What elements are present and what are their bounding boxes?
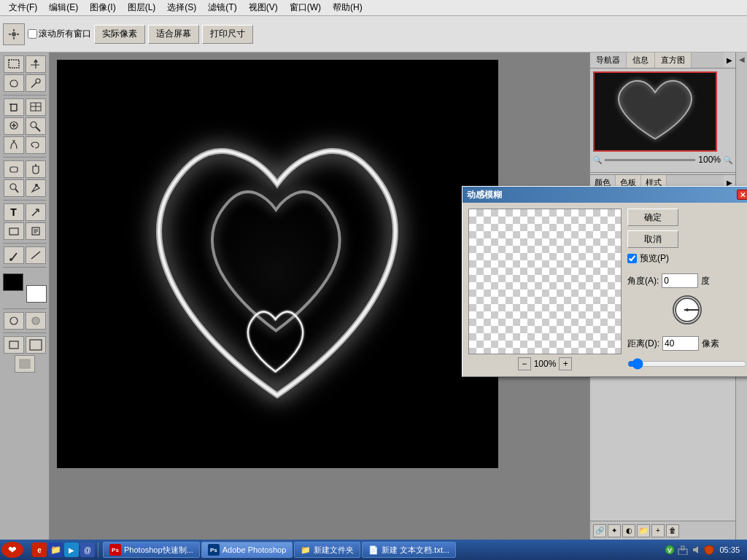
menu-filter[interactable]: 滤镜(T) xyxy=(202,0,242,15)
tab-histogram[interactable]: 直方图 xyxy=(655,52,692,68)
print-size-button[interactable]: 打印尺寸 xyxy=(202,25,253,44)
panel-bottom-bar: 🔗 ✦ ◐ 📁 + 🗑 xyxy=(590,521,735,540)
taskbar-clock[interactable]: 05:35 xyxy=(716,545,743,554)
menu-file[interactable]: 文件(F) xyxy=(3,0,43,15)
menu-window[interactable]: 窗口(W) xyxy=(284,0,327,15)
mask-btn[interactable]: ◐ xyxy=(622,524,635,537)
lasso-tool[interactable] xyxy=(4,74,24,92)
screen-mode-full[interactable] xyxy=(26,336,46,354)
move-tool[interactable] xyxy=(26,55,46,73)
add-effect-btn[interactable]: ✦ xyxy=(608,524,621,537)
paint-bucket-tool[interactable] xyxy=(26,160,46,178)
link-layers-btn[interactable]: 🔗 xyxy=(593,524,606,537)
tab-info[interactable]: 信息 xyxy=(627,52,655,68)
angle-input[interactable]: 0 xyxy=(662,273,698,288)
measure-tool[interactable] xyxy=(26,246,46,264)
svg-rect-29 xyxy=(30,340,42,350)
history-brush-tool[interactable] xyxy=(26,136,46,154)
tab-navigator[interactable]: 导航器 xyxy=(590,52,627,68)
taskbar-photoshop-main[interactable]: Ps Adobe Photoshop xyxy=(201,542,293,558)
dialog-controls: 确定 取消 预览(P) 角度(A): 0 度 xyxy=(627,209,747,370)
screen-mode-standard[interactable] xyxy=(4,336,24,354)
foreground-color-swatch[interactable] xyxy=(3,273,23,291)
zoom-in-button[interactable]: + xyxy=(559,357,572,370)
svg-point-26 xyxy=(10,317,18,324)
shape-tool[interactable] xyxy=(4,222,24,240)
new-layer-btn[interactable]: + xyxy=(651,524,665,537)
eraser-tool[interactable] xyxy=(4,160,24,178)
screen-mode-maximized[interactable] xyxy=(15,355,35,373)
delete-layer-btn[interactable]: 🗑 xyxy=(666,524,679,537)
navigator-area: 🔍 100% 🔍 xyxy=(590,69,735,171)
svg-rect-13 xyxy=(10,167,18,172)
quick-folder-icon[interactable]: 📁 xyxy=(48,542,63,557)
dodge-tool[interactable] xyxy=(4,179,24,197)
crop-tool[interactable] xyxy=(4,98,24,116)
text-tool[interactable]: T xyxy=(4,203,24,221)
menu-layer[interactable]: 图层(L) xyxy=(122,0,162,15)
distance-input[interactable]: 40 xyxy=(662,336,699,351)
svg-line-23 xyxy=(12,253,17,260)
magic-wand-tool[interactable] xyxy=(26,74,46,92)
svg-point-17 xyxy=(35,184,38,187)
tray-network-icon[interactable] xyxy=(677,544,689,556)
ps-quick-icon: Ps xyxy=(109,544,121,556)
quick-browser-icon[interactable]: @ xyxy=(80,542,95,557)
canvas-svg xyxy=(57,60,498,468)
preview-zoom-bar: − 100% + xyxy=(468,357,622,370)
cancel-button[interactable]: 取消 xyxy=(627,230,678,248)
distance-slider[interactable] xyxy=(627,358,747,370)
healing-brush-tool[interactable] xyxy=(4,117,24,135)
start-button[interactable]: ❤ xyxy=(1,542,23,558)
zoom-out-button[interactable]: − xyxy=(518,357,531,370)
panel-menu-btn[interactable]: ▶ xyxy=(724,52,735,68)
quick-ie-icon[interactable]: e xyxy=(32,542,47,557)
svg-point-10 xyxy=(31,122,36,128)
menu-help[interactable]: 帮助(H) xyxy=(327,0,368,15)
menu-edit[interactable]: 编辑(E) xyxy=(43,0,84,15)
marquee-tool[interactable] xyxy=(4,55,24,73)
slice-tool[interactable] xyxy=(26,98,46,116)
move-tool-options[interactable] xyxy=(3,23,25,45)
quick-launch: e 📁 ▶ @ xyxy=(29,542,98,557)
tool-separator-7 xyxy=(3,332,47,333)
path-selection-tool[interactable] xyxy=(26,203,46,221)
pen-tool[interactable] xyxy=(26,179,46,197)
svg-rect-1 xyxy=(9,60,19,68)
actual-pixels-button[interactable]: 实际像素 xyxy=(94,25,145,44)
taskbar-textfile[interactable]: 📄 新建 文本文档.txt... xyxy=(362,542,456,558)
menu-view[interactable]: 视图(V) xyxy=(243,0,284,15)
notes-tool[interactable] xyxy=(26,222,46,240)
quick-mask-on[interactable] xyxy=(26,312,46,330)
zoom-slider[interactable] xyxy=(605,159,695,161)
distance-slider-row xyxy=(627,358,747,370)
taskbar-photoshop-quick[interactable]: Ps Photoshop快速制... xyxy=(103,542,200,558)
angle-unit: 度 xyxy=(701,275,710,287)
svg-point-15 xyxy=(10,184,16,190)
quick-mask-off[interactable] xyxy=(4,312,24,330)
tray-volume-icon[interactable] xyxy=(690,544,702,556)
angle-label: 角度(A): xyxy=(627,275,659,287)
angle-dial[interactable] xyxy=(673,295,702,324)
taskbar-folder[interactable]: 📁 新建文件夹 xyxy=(294,542,360,558)
eyedropper-tool[interactable] xyxy=(4,246,24,264)
tool-separator-5 xyxy=(3,267,47,268)
tray-security-icon[interactable] xyxy=(703,544,715,556)
toolbar: 滚动所有窗口 实际像素 适合屏幕 打印尺寸 xyxy=(0,16,747,52)
toolbox: T xyxy=(0,52,50,540)
scroll-all-windows-checkbox[interactable] xyxy=(28,29,37,39)
dialog-preview-image[interactable] xyxy=(468,209,622,354)
tray-antivirus-icon[interactable]: V xyxy=(664,544,676,556)
new-group-btn[interactable]: 📁 xyxy=(637,524,650,537)
ok-button[interactable]: 确定 xyxy=(627,209,678,226)
background-color-swatch[interactable] xyxy=(26,285,47,303)
clone-stamp-tool[interactable] xyxy=(4,136,24,154)
brush-tool[interactable] xyxy=(26,117,46,135)
menu-select[interactable]: 选择(S) xyxy=(161,0,202,15)
dialog-close-button[interactable]: ✕ xyxy=(737,190,747,200)
menu-image[interactable]: 图像(I) xyxy=(84,0,121,15)
fit-screen-button[interactable]: 适合屏幕 xyxy=(148,25,199,44)
quick-media-icon[interactable]: ▶ xyxy=(64,542,79,557)
color-swatch-area xyxy=(3,273,47,303)
preview-checkbox[interactable] xyxy=(627,254,637,263)
